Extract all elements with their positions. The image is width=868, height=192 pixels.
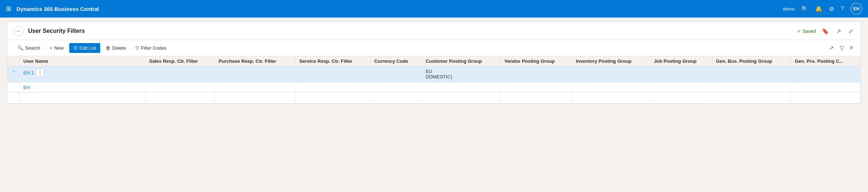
col-header-service-resp: Service Resp. Ctr. Filter	[296, 56, 371, 66]
purchase-resp-cell[interactable]	[215, 66, 296, 82]
columns-icon[interactable]: ≡	[848, 43, 855, 53]
edit-list-icon: ☰	[73, 45, 78, 51]
job-posting-cell[interactable]	[650, 66, 712, 82]
gen-bus-posting-cell[interactable]	[712, 92, 791, 103]
page-container: ← User Security Filters ✓ Saved 🔖 ↗ ⤢ 🔍 …	[7, 22, 861, 104]
user-name: demo	[783, 6, 795, 12]
currency-code-cell[interactable]	[371, 66, 422, 82]
delete-icon: 🗑	[106, 45, 110, 51]
row-arrow-cell: →	[8, 66, 20, 82]
col-header-arrow	[8, 56, 20, 66]
page-title: User Security Filters	[28, 28, 797, 34]
back-button[interactable]: ←	[13, 26, 24, 36]
customer-posting-cell[interactable]: EU DOMESTIC	[422, 66, 501, 82]
search-button[interactable]: 🔍 Search	[13, 43, 44, 53]
table-header-row: User Name Sales Resp. Ctr. Filter Purcha…	[8, 56, 860, 66]
edit-list-button[interactable]: ☰ Edit List	[69, 43, 100, 53]
delete-button[interactable]: 🗑 Delete	[102, 43, 130, 53]
search-icon[interactable]: 🔍	[801, 5, 809, 12]
currency-code-cell[interactable]	[371, 82, 422, 92]
checkmark-icon: ✓	[797, 28, 801, 34]
toolbar: 🔍 Search + New ☰ Edit List 🗑 Delete ▽ Fi…	[8, 40, 860, 56]
table-row[interactable]	[8, 92, 860, 103]
customer-posting-values: EU DOMESTIC	[426, 69, 497, 80]
col-header-sales-resp: Sales Resp. Ctr. Filter	[145, 56, 215, 66]
purchase-resp-cell[interactable]	[215, 92, 296, 103]
help-icon[interactable]: ?	[841, 5, 844, 12]
header-actions: ✓ Saved 🔖 ↗ ⤢	[797, 26, 855, 36]
user-name-cell: EH	[20, 82, 145, 92]
gen-prod-posting-cell[interactable]	[791, 92, 860, 103]
job-posting-cell[interactable]	[650, 92, 712, 103]
col-header-gen-bus-posting: Gen. Bus. Posting Group	[712, 56, 791, 66]
vendor-posting-cell[interactable]	[501, 66, 572, 82]
sales-resp-cell[interactable]	[145, 82, 215, 92]
user-name-cell: EH 1 ⋮	[20, 66, 145, 79]
filter-icon: ▽	[136, 45, 139, 51]
gen-bus-posting-cell[interactable]	[712, 66, 791, 82]
nav-right: demo 🔍 🔔 ⚙ ? EH	[783, 3, 862, 15]
col-header-currency-code: Currency Code	[371, 56, 422, 66]
gen-bus-posting-cell[interactable]	[712, 82, 791, 92]
col-header-user-name: User Name	[20, 56, 145, 66]
new-button[interactable]: + New	[46, 43, 68, 53]
col-header-gen-prod-posting: Gen. Pro. Posting C...	[791, 56, 860, 66]
toolbar-right: ↗ ▽ ≡	[828, 43, 855, 53]
page-header: ← User Security Filters ✓ Saved 🔖 ↗ ⤢	[8, 22, 860, 40]
job-posting-cell[interactable]	[650, 82, 712, 92]
table-row[interactable]: → EH 1 ⋮ EU DOMESTIC	[8, 66, 860, 82]
inventory-posting-cell[interactable]	[572, 82, 650, 92]
share-table-icon[interactable]: ↗	[828, 43, 835, 53]
currency-code-cell[interactable]	[371, 92, 422, 103]
inventory-posting-cell[interactable]	[572, 92, 650, 103]
customer-posting-cell[interactable]	[422, 82, 501, 92]
row-arrow-cell	[8, 92, 20, 103]
notification-icon[interactable]: 🔔	[815, 5, 822, 12]
top-navigation: ⊞ Dynamics 365 Business Central demo 🔍 🔔…	[0, 0, 868, 18]
filter-codes-button[interactable]: ▽ Filter Codes	[132, 43, 171, 53]
table-row[interactable]: EH	[8, 82, 860, 92]
app-title: Dynamics 365 Business Central	[16, 6, 783, 12]
search-btn-icon: 🔍	[17, 45, 23, 51]
row-arrow-cell	[8, 82, 20, 92]
col-header-job-posting: Job Posting Group	[650, 56, 712, 66]
purchase-resp-cell[interactable]	[215, 82, 296, 92]
customer-posting-cell[interactable]	[422, 92, 501, 103]
vendor-posting-cell[interactable]	[501, 92, 572, 103]
vendor-posting-cell[interactable]	[501, 82, 572, 92]
gen-prod-posting-cell[interactable]	[791, 82, 860, 92]
service-resp-cell[interactable]	[296, 66, 371, 82]
share-icon[interactable]: ↗	[835, 26, 842, 36]
bookmark-icon[interactable]: 🔖	[820, 26, 830, 36]
saved-status: ✓ Saved	[797, 28, 816, 34]
col-header-customer-posting: Customer Posting Group	[422, 56, 501, 66]
col-header-purchase-resp: Purchase Resp. Ctr. Filter	[215, 56, 296, 66]
col-header-vendor-posting: Vendor Posting Group	[501, 56, 572, 66]
app-grid-icon[interactable]: ⊞	[6, 5, 11, 13]
user-avatar[interactable]: EH	[851, 3, 862, 15]
settings-icon[interactable]: ⚙	[829, 5, 834, 12]
table-wrapper: User Name Sales Resp. Ctr. Filter Purcha…	[8, 56, 860, 104]
plus-icon: +	[50, 45, 52, 51]
sales-resp-cell[interactable]	[145, 66, 215, 82]
user-name-cell[interactable]	[20, 92, 145, 103]
user-name-link[interactable]: EH 1	[23, 70, 34, 76]
service-resp-cell[interactable]	[296, 92, 371, 103]
expand-icon[interactable]: ⤢	[847, 26, 855, 36]
col-header-inventory-posting: Inventory Posting Group	[572, 56, 650, 66]
user-security-table: User Name Sales Resp. Ctr. Filter Purcha…	[8, 56, 860, 104]
filter-table-icon[interactable]: ▽	[838, 43, 845, 53]
sales-resp-cell[interactable]	[145, 92, 215, 103]
row-menu-button[interactable]: ⋮	[36, 69, 44, 77]
user-name-link[interactable]: EH	[23, 85, 30, 90]
service-resp-cell[interactable]	[296, 82, 371, 92]
gen-prod-posting-cell[interactable]	[791, 66, 860, 82]
inventory-posting-cell[interactable]	[572, 66, 650, 82]
